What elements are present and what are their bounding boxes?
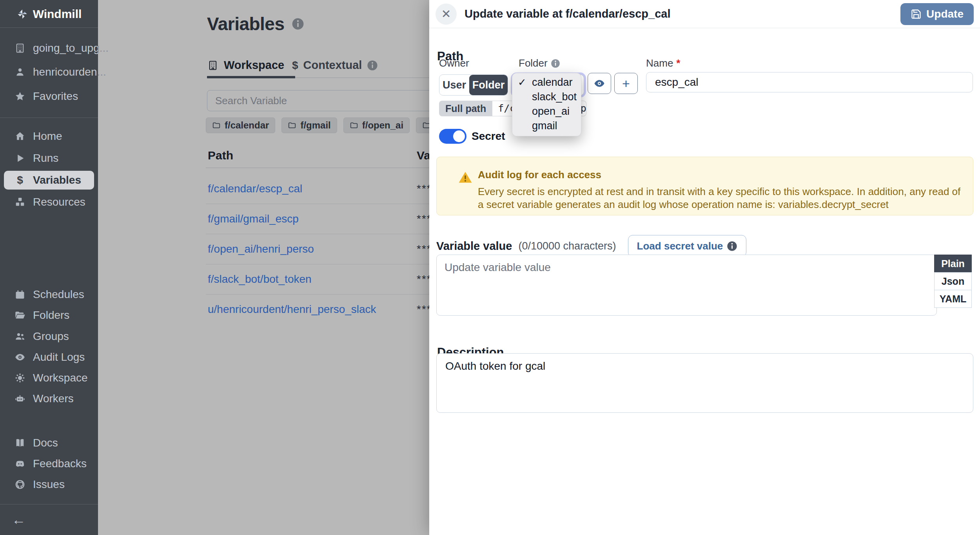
user-icon [14, 66, 26, 78]
sidebar-item-issues[interactable]: Issues [0, 475, 98, 494]
add-folder-button[interactable]: + [614, 73, 638, 94]
calendar-icon [14, 289, 26, 300]
robot-icon [14, 393, 26, 405]
character-counter: (0/10000 characters) [518, 240, 616, 252]
info-icon[interactable] [551, 59, 560, 68]
sidebar-item-label: Feedbacks [33, 457, 87, 470]
dollar-icon: $ [14, 174, 26, 186]
check-icon: ✓ [518, 75, 526, 90]
sidebar-item-feedbacks[interactable]: Feedbacks [0, 454, 98, 473]
sidebar-item-workspace[interactable]: Workspace [0, 369, 98, 387]
update-variable-drawer: ✕ Update variable at f/calendar/escp_cal… [429, 0, 980, 535]
value-format-tabs: Plain Json YAML [934, 255, 972, 308]
discord-icon [14, 458, 26, 470]
folder-label: Folder [519, 57, 560, 69]
collapse-sidebar-button[interactable]: ← [0, 510, 98, 529]
load-secret-value-button[interactable]: Load secret value [628, 235, 747, 257]
owner-label: Owner [439, 57, 469, 69]
sidebar-item-audit-logs[interactable]: Audit Logs [0, 348, 98, 367]
gear-icon [14, 372, 26, 384]
sidebar-item-schedules[interactable]: Schedules [0, 285, 98, 304]
sidebar-item-workers[interactable]: Workers [0, 389, 98, 408]
description-textarea[interactable]: OAuth token for gcal [436, 353, 973, 413]
variable-value-header: Variable value (0/10000 characters) Load… [436, 234, 746, 258]
sidebar-item-label: Groups [33, 330, 69, 343]
folder-option[interactable]: gmail [512, 119, 581, 133]
warning-icon [458, 170, 472, 184]
sidebar-item-folders[interactable]: Folders [0, 306, 98, 325]
warning-body: Every secret is encrypted at rest and in… [478, 185, 964, 211]
building-icon [14, 42, 26, 54]
close-button[interactable]: ✕ [436, 4, 457, 25]
back-arrow-icon: ← [12, 512, 26, 528]
sidebar-item-label: Variables [33, 174, 81, 186]
sidebar-item-label: Workspace [33, 372, 88, 384]
sidebar-item-label: henricourden... [33, 66, 106, 78]
sidebar-item-label: Favorites [33, 90, 78, 103]
divider [0, 27, 98, 28]
folder-option[interactable]: ✓ calendar [512, 75, 581, 90]
warning-title: Audit log for each access [478, 169, 601, 181]
update-button[interactable]: Update [900, 3, 974, 25]
divider [0, 504, 98, 504]
sidebar-item-resources[interactable]: Resources [0, 193, 98, 211]
windmill-logo-icon [16, 8, 28, 20]
sidebar-item-home[interactable]: Home [0, 127, 98, 146]
variable-value-textarea[interactable] [436, 255, 937, 316]
app-logo-label: Windmill [33, 7, 82, 21]
sidebar-item-label: Workers [33, 392, 74, 405]
sidebar-item-favorites[interactable]: Favorites [0, 87, 98, 106]
folder-option[interactable]: open_ai [512, 104, 581, 119]
full-path-label: Full path [439, 101, 492, 116]
audit-warning-box: Audit log for each access Every secret i… [436, 157, 973, 215]
divider [0, 117, 98, 118]
info-icon [727, 241, 737, 251]
secret-label: Secret [472, 129, 505, 144]
owner-kind-user[interactable]: User [439, 75, 469, 95]
sidebar-item-label: Issues [33, 478, 65, 491]
sidebar-item-groups[interactable]: Groups [0, 327, 98, 346]
owner-kind-toggle: User Folder [439, 74, 508, 96]
folder-option[interactable]: slack_bot [512, 90, 581, 104]
name-input[interactable] [646, 72, 973, 92]
folder-icon [14, 309, 26, 321]
sidebar-item-label: going_to_upg... [33, 42, 109, 54]
sidebar-item-label: Home [33, 130, 62, 143]
variable-value-heading: Variable value [436, 240, 512, 253]
folder-dropdown-menu: ✓ calendar slack_bot open_ai gmail [512, 73, 581, 136]
app-logo[interactable]: Windmill [0, 4, 98, 24]
drawer-header: ✕ Update variable at f/calendar/escp_cal… [429, 0, 980, 28]
format-tab-yaml[interactable]: YAML [934, 290, 972, 308]
format-tab-plain[interactable]: Plain [934, 255, 972, 273]
sidebar-item-label: Docs [33, 437, 58, 449]
close-icon: ✕ [441, 7, 451, 21]
name-label: Name * [646, 57, 680, 69]
home-icon [14, 130, 26, 142]
star-icon [14, 90, 26, 102]
secret-toggle[interactable] [439, 129, 466, 144]
sidebar-item-label: Runs [33, 152, 58, 164]
owner-kind-folder[interactable]: Folder [469, 75, 508, 95]
sidebar-item-runs[interactable]: Runs [0, 149, 98, 168]
drawer-title: Update variable at f/calendar/escp_cal [465, 7, 670, 20]
github-icon [14, 479, 26, 490]
sidebar-item-label: Audit Logs [33, 351, 85, 363]
book-icon [14, 437, 26, 449]
save-icon [911, 9, 922, 20]
format-tab-json[interactable]: Json [934, 272, 972, 290]
sidebar-item-label: Folders [33, 309, 69, 322]
eye-icon [593, 78, 605, 89]
sidebar-item-label: Resources [33, 196, 85, 208]
eye-icon [14, 351, 26, 363]
sidebar-item-label: Schedules [33, 288, 84, 301]
view-folder-button[interactable] [588, 73, 611, 94]
modal-overlay[interactable] [98, 0, 429, 535]
cubes-icon [14, 196, 26, 208]
sidebar-item-user[interactable]: henricourden... [0, 63, 98, 81]
required-asterisk: * [676, 57, 680, 69]
sidebar-item-docs[interactable]: Docs [0, 434, 98, 452]
sidebar-item-variables[interactable]: $ Variables [4, 171, 94, 190]
play-icon [14, 152, 26, 164]
sidebar-item-workspace-selector[interactable]: going_to_upg... [0, 39, 98, 58]
users-icon [14, 331, 26, 342]
